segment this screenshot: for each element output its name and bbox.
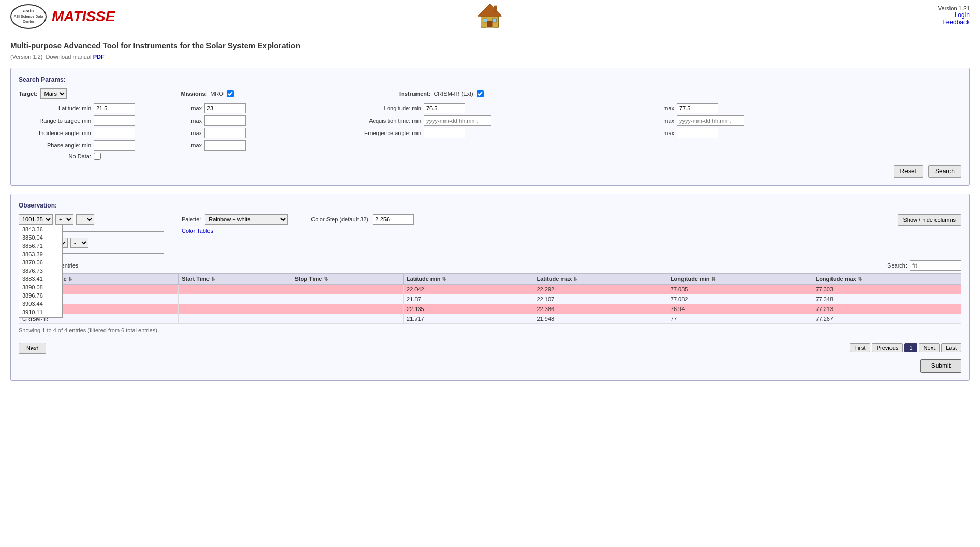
next-button[interactable]: Next <box>19 343 46 354</box>
band-minus-select[interactable]: - + <box>76 214 94 225</box>
main-content: Multi-purpose Advanced Tool for Instrume… <box>0 33 980 389</box>
band-item[interactable]: 3870.06 <box>19 258 62 267</box>
search-input[interactable] <box>910 260 961 271</box>
pagination: First Previous 1 Next Last <box>850 343 961 352</box>
lon-min-input[interactable] <box>424 103 465 113</box>
reset-search-row: Reset Search <box>19 165 961 178</box>
band-item[interactable]: 3883.41 <box>19 275 62 283</box>
lon-max-input[interactable] <box>677 103 718 113</box>
range-max-label: max <box>186 117 202 124</box>
home-icon-area[interactable] <box>476 2 504 32</box>
palette-select[interactable]: Rainbow + white Rainbow Gray Hot Cool <box>205 214 288 225</box>
inc-min-input[interactable] <box>94 128 135 138</box>
acq-min-label: Acquisition time: min <box>354 117 421 124</box>
first-page-btn[interactable]: First <box>850 343 870 352</box>
asi-subtext: ASI Science Data Center <box>13 14 43 23</box>
band-item[interactable]: 3910.11 <box>19 308 62 316</box>
page-title: Multi-purpose Advanced Tool for Instrume… <box>10 41 970 50</box>
range-min-label: Range to target: min <box>19 117 91 124</box>
inc-max-input[interactable] <box>204 128 246 138</box>
band-item[interactable]: 3843.36 <box>19 225 62 233</box>
band-plus-select[interactable]: + - <box>55 214 73 225</box>
missions-label: Missions: <box>181 91 207 97</box>
band-item[interactable]: 3856.71 <box>19 242 62 250</box>
emerg-max-input[interactable] <box>677 128 718 138</box>
lat-max-input[interactable] <box>204 103 246 113</box>
table-row[interactable]: CRISM-IR22.04222.29277.03577.303 <box>19 285 961 294</box>
band-item[interactable]: 3863.39 <box>19 250 62 258</box>
table-row[interactable]: CRISM-IR21.8722.10777.08277.348 <box>19 294 961 304</box>
show-hide-button[interactable]: Show / hide columns <box>898 214 962 226</box>
version-info: (Version 1.2) Download manual PDF <box>10 54 970 60</box>
table-info: Showing 1 to 4 of 4 entries (filtered fr… <box>19 327 961 333</box>
col-lat-max[interactable]: Latitude max ⇅ <box>533 274 667 285</box>
search-label: Search: <box>887 262 907 269</box>
prev-page-btn[interactable]: Previous <box>872 343 903 352</box>
col-lon-max[interactable]: Longitude max ⇅ <box>812 274 961 285</box>
band-dropdown-container[interactable]: 1001.35 3843.36 3850.04 3856.71 3863.39 … <box>19 214 53 225</box>
color-step-section: Color Step (default 32): <box>311 214 414 225</box>
phase-max-input[interactable] <box>204 140 246 151</box>
col-stop[interactable]: Stop Time ⇅ <box>291 274 404 285</box>
no-data-checkbox[interactable] <box>94 153 101 160</box>
feedback-link[interactable]: Feedback <box>938 19 970 26</box>
band-minus2-select[interactable]: - + <box>70 238 88 248</box>
observation-title: Observation: <box>19 202 961 209</box>
version-text: Version 1.21 <box>938 5 970 11</box>
phase-max-label: max <box>186 142 202 149</box>
range-max-input[interactable] <box>204 115 246 126</box>
current-page-btn[interactable]: 1 <box>904 343 917 352</box>
col-start[interactable]: Start Time ⇅ <box>179 274 291 285</box>
acq-min-input[interactable] <box>424 115 491 126</box>
color-step-input[interactable] <box>373 214 414 225</box>
band-item[interactable]: 3916.79 <box>19 316 62 318</box>
emerg-min-input[interactable] <box>424 128 465 138</box>
home-icon[interactable] <box>476 2 504 30</box>
band-select[interactable]: 1001.35 <box>19 214 53 225</box>
acq-max-input[interactable] <box>677 115 744 126</box>
phase-min-label: Phase angle: min <box>19 142 91 149</box>
table-row[interactable]: CRISM-IR21.71721.9487777.267 <box>19 314 961 324</box>
inc-min-label: Incidence angle: min <box>19 130 91 136</box>
col-lat-min[interactable]: Latitude min ⇅ <box>404 274 533 285</box>
login-link[interactable]: Login <box>938 11 970 19</box>
band-item[interactable]: 3890.08 <box>19 283 62 291</box>
palette-section: Palette: Rainbow + white Rainbow Gray Ho… <box>182 214 288 234</box>
lat-min-input[interactable] <box>94 103 135 113</box>
lat-max-label: max <box>186 105 202 111</box>
svg-rect-4 <box>483 19 487 22</box>
palette-label: Palette: <box>182 216 201 223</box>
band-item[interactable]: 3903.44 <box>19 300 62 308</box>
submit-row: Submit <box>19 359 961 373</box>
data-table: Instument Name ⇅ Start Time ⇅ Stop Time … <box>19 273 961 324</box>
next-page-btn[interactable]: Next <box>919 343 940 352</box>
svg-rect-6 <box>487 21 493 27</box>
color-tables-link[interactable]: Color Tables <box>182 228 288 234</box>
reset-button[interactable]: Reset <box>894 165 923 178</box>
show-hide-area: Show / hide columns <box>898 214 962 226</box>
last-page-btn[interactable]: Last <box>941 343 961 352</box>
target-select[interactable]: Mars <box>40 88 67 99</box>
lat-min-label: Latitude: min <box>19 105 91 111</box>
search-button[interactable]: Search <box>928 165 961 178</box>
band-item[interactable]: 3876.73 <box>19 267 62 275</box>
instrument-label: Instrument: <box>399 91 431 97</box>
table-wrapper: Instument Name ⇅ Start Time ⇅ Stop Time … <box>19 273 961 324</box>
lon-min-label: Longitude: min <box>354 105 421 111</box>
matisse-logo: MATISSE <box>52 8 115 25</box>
submit-button[interactable]: Submit <box>920 359 961 373</box>
band-item[interactable]: 3850.04 <box>19 233 62 242</box>
band-item[interactable]: 3896.76 <box>19 291 62 300</box>
band-dropdown-list[interactable]: 3843.36 3850.04 3856.71 3863.39 3870.06 … <box>19 225 63 318</box>
mro-checkbox[interactable] <box>227 90 234 97</box>
target-label: Target: <box>19 91 37 97</box>
col-lon-min[interactable]: Longitude min ⇅ <box>667 274 812 285</box>
crism-checkbox[interactable] <box>477 90 484 97</box>
observation-box: Observation: 1001.35 3843.36 3850.04 <box>10 194 970 381</box>
header: asdc ASI Science Data Center MATISSE Ver… <box>0 0 980 33</box>
phase-min-input[interactable] <box>94 140 135 151</box>
table-row[interactable]: CRISM-IR22.13522.38676.9477.213 <box>19 304 961 314</box>
pdf-link[interactable]: PDF <box>93 54 105 60</box>
crism-label: CRISM-IR (Ext) <box>434 91 473 97</box>
range-min-input[interactable] <box>94 115 135 126</box>
